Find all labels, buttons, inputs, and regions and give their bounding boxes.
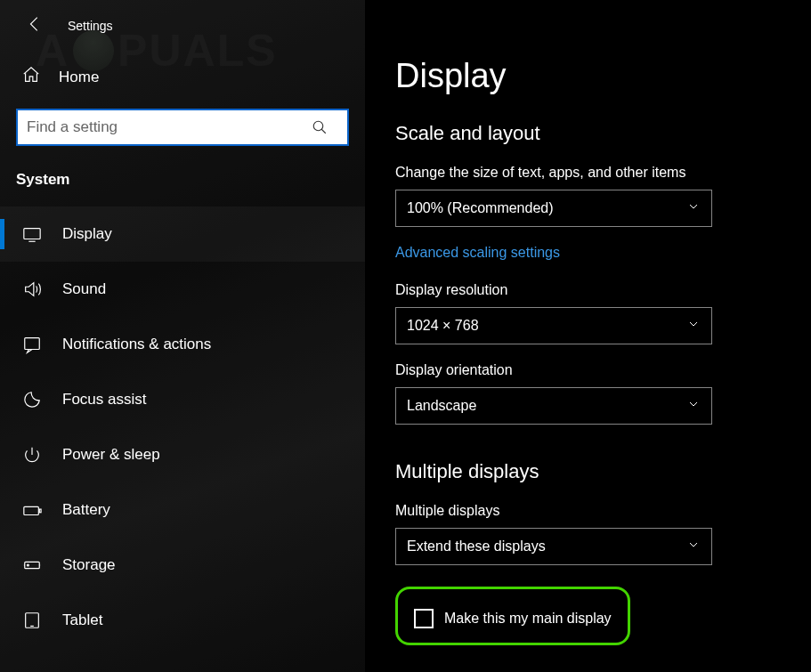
advanced-scaling-link[interactable]: Advanced scaling settings (395, 245, 560, 261)
sidebar-item-label: Storage (62, 556, 116, 574)
display-icon (21, 223, 43, 245)
resolution-value: 1024 × 768 (407, 318, 479, 334)
svg-rect-1 (24, 229, 40, 239)
orientation-dropdown[interactable]: Landscape (395, 387, 712, 425)
sidebar-item-label: Focus assist (62, 391, 146, 409)
sidebar-item-label: Tablet (62, 611, 102, 629)
resolution-dropdown[interactable]: 1024 × 768 (395, 307, 712, 344)
chevron-down-icon (686, 199, 701, 217)
sidebar-item-battery[interactable]: Battery (0, 482, 365, 538)
multiple-displays-label: Multiple displays (395, 503, 781, 519)
sidebar-item-label: Notifications & actions (62, 336, 211, 353)
scale-dropdown[interactable]: 100% (Recommended) (395, 190, 712, 227)
svg-rect-7 (26, 613, 39, 628)
sidebar-item-power[interactable]: Power & sleep (0, 427, 365, 482)
sidebar-item-label: Display (62, 225, 112, 243)
multiple-displays-heading: Multiple displays (395, 460, 781, 483)
svg-point-0 (313, 121, 323, 131)
svg-rect-2 (25, 338, 40, 350)
main-display-checkbox-label: Make this my main display (444, 611, 612, 627)
checkbox-icon[interactable] (414, 609, 434, 628)
main-display-highlight: Make this my main display (395, 587, 630, 645)
chevron-down-icon (686, 538, 701, 555)
titlebar: Settings (0, 7, 365, 56)
search-icon[interactable] (312, 119, 328, 135)
home-label: Home (59, 69, 99, 86)
svg-rect-4 (39, 509, 41, 513)
section-label: System (0, 166, 365, 206)
svg-rect-3 (24, 506, 39, 514)
scale-value: 100% (Recommended) (407, 200, 554, 216)
orientation-label: Display orientation (395, 362, 781, 378)
sidebar-item-notifications[interactable]: Notifications & actions (0, 317, 365, 372)
search-container (16, 109, 349, 146)
scale-label: Change the size of text, apps, and other… (395, 165, 781, 181)
search-input[interactable] (16, 109, 349, 146)
nav-list: Display Sound Notifications & actions Fo… (0, 206, 365, 648)
multiple-displays-dropdown[interactable]: Extend these displays (395, 528, 712, 565)
focus-assist-icon (21, 389, 43, 410)
sidebar-item-sound[interactable]: Sound (0, 262, 365, 317)
sidebar-item-focus[interactable]: Focus assist (0, 372, 365, 427)
sound-icon (21, 279, 43, 300)
main-display-checkbox-row[interactable]: Make this my main display (410, 603, 615, 634)
sidebar-item-storage[interactable]: Storage (0, 538, 365, 593)
orientation-value: Landscape (407, 398, 476, 414)
storage-icon (21, 555, 43, 576)
sidebar-item-label: Battery (62, 501, 110, 519)
resolution-label: Display resolution (395, 282, 781, 298)
main-panel: Display Scale and layout Change the size… (365, 0, 811, 672)
home-icon (21, 65, 41, 89)
multiple-displays-value: Extend these displays (407, 538, 546, 555)
back-arrow-icon[interactable] (25, 14, 45, 36)
sidebar-item-tablet[interactable]: Tablet (0, 593, 365, 648)
sidebar-item-label: Sound (62, 280, 106, 298)
window-title: Settings (68, 19, 113, 33)
notifications-icon (21, 334, 43, 355)
tablet-icon (21, 610, 43, 631)
sidebar-item-display[interactable]: Display (0, 206, 365, 262)
scale-layout-heading: Scale and layout (395, 122, 781, 145)
svg-point-6 (28, 564, 29, 566)
sidebar-item-label: Power & sleep (62, 446, 160, 464)
page-title: Display (395, 57, 781, 95)
chevron-down-icon (686, 397, 701, 415)
battery-icon (21, 499, 43, 521)
home-nav[interactable]: Home (0, 56, 365, 103)
power-icon (21, 444, 43, 466)
chevron-down-icon (686, 317, 701, 335)
settings-sidebar: Settings Home System Display Sound (0, 0, 365, 672)
